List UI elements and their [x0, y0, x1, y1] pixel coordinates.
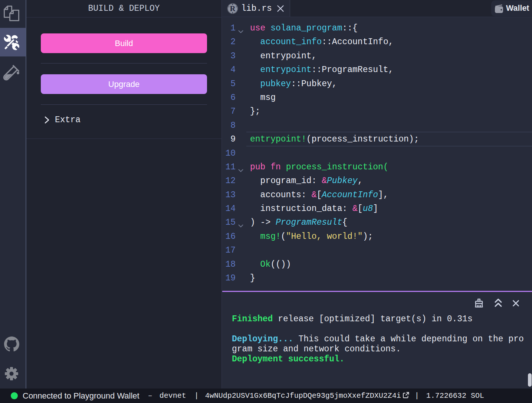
svg-text:R: R — [230, 4, 236, 13]
